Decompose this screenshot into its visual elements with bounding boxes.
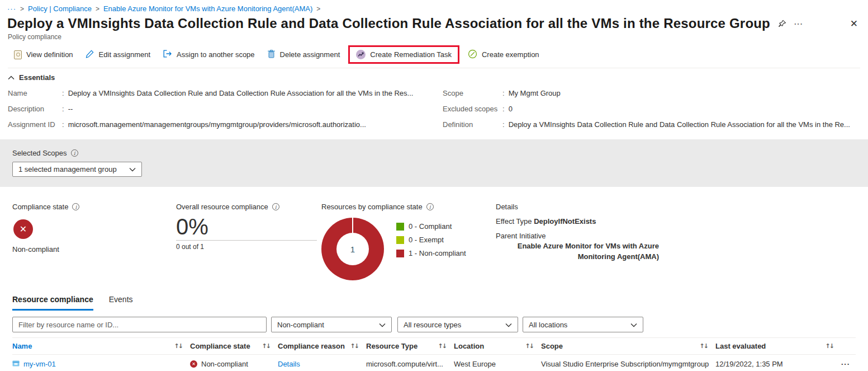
- chevron-down-icon: [630, 321, 637, 329]
- breadcrumb-link-initiative[interactable]: Enable Azure Monitor for VMs with Azure …: [103, 4, 312, 13]
- essentials-description-row: Description : --: [8, 105, 443, 113]
- row-compliance-state: Non-compliant: [201, 360, 248, 368]
- page-subtitle: Policy compliance: [0, 31, 868, 41]
- location-filter[interactable]: All locations: [523, 317, 643, 332]
- title-row: Deploy a VMInsights Data Collection Rule…: [0, 13, 868, 31]
- sort-icon: ↑↓: [826, 342, 833, 350]
- create-exemption-button[interactable]: Create exemption: [462, 46, 546, 63]
- info-icon[interactable]: i: [426, 203, 434, 210]
- tab-events[interactable]: Events: [109, 295, 133, 311]
- divider: [176, 240, 317, 241]
- compliant-swatch: [396, 223, 404, 231]
- column-header-last-evaluated[interactable]: Last evaluated ↑↓: [715, 342, 841, 350]
- row-menu-icon[interactable]: ···: [841, 360, 850, 368]
- header-more-icon[interactable]: ···: [794, 20, 803, 28]
- resources-chart-title: Resources by compliance state: [321, 203, 423, 211]
- assign-scope-icon: [163, 49, 172, 60]
- breadcrumb-separator: >: [316, 5, 320, 13]
- resource-name-link[interactable]: my-vm-01: [23, 360, 56, 368]
- info-icon[interactable]: i: [72, 203, 79, 210]
- table-row: my-vm-01 ✕ Non-compliant Details microso…: [12, 355, 856, 371]
- column-header-scope[interactable]: Scope ↑↓: [541, 342, 715, 350]
- chevron-down-icon: [505, 321, 512, 329]
- pencil-icon: [86, 49, 94, 60]
- close-icon[interactable]: ✕: [850, 18, 858, 30]
- delete-assignment-button[interactable]: Delete assignment: [261, 46, 347, 63]
- legend-item-exempt: 0 - Exempt: [396, 236, 466, 244]
- column-header-compliance-state[interactable]: Compliance state ↑↓: [190, 342, 278, 350]
- compliance-ratio: 0 out of 1: [176, 243, 321, 251]
- essentials-scope-row: Scope : My Mgmt Group: [443, 89, 860, 97]
- selected-scopes-label: Selected Scopes: [12, 149, 67, 157]
- name-label: Name: [8, 89, 62, 97]
- sort-icon: ↑↓: [262, 342, 270, 350]
- chevron-down-icon: [379, 321, 386, 329]
- sort-icon: ↑↓: [350, 342, 358, 350]
- description-label: Description: [8, 105, 62, 113]
- sort-icon: ↑↓: [700, 342, 708, 350]
- column-header-name[interactable]: Name ↑↓: [12, 342, 190, 350]
- legend-item-noncompliant: 1 - Non-compliant: [396, 249, 466, 257]
- column-header-compliance-reason[interactable]: Compliance reason ↑↓: [278, 342, 366, 350]
- effect-type-value: DeployIfNotExists: [534, 217, 596, 226]
- overall-compliance-title: Overall resource compliance: [176, 203, 268, 211]
- compliance-state-filter-value: Non-compliant: [277, 321, 324, 329]
- scope-value: My Mgmt Group: [509, 89, 561, 97]
- essentials-label: Essentials: [19, 73, 55, 82]
- details-title: Details: [496, 203, 518, 211]
- edit-assignment-label: Edit assignment: [99, 50, 151, 59]
- assign-to-another-scope-button[interactable]: Assign to another scope: [156, 46, 260, 63]
- row-location: West Europe: [454, 360, 541, 368]
- legend-label: 0 - Compliant: [409, 222, 452, 231]
- compliance-state-title: Compliance state: [12, 203, 68, 211]
- pin-icon[interactable]: [778, 20, 786, 28]
- breadcrumb-link-policy-compliance[interactable]: Policy | Compliance: [28, 4, 92, 13]
- essentials-toggle[interactable]: Essentials: [8, 73, 868, 82]
- overall-compliance-card: Overall resource compliance i 0% 0 out o…: [176, 203, 321, 280]
- breadcrumb-ellipsis[interactable]: ···: [7, 4, 16, 13]
- create-exemption-label: Create exemption: [482, 50, 539, 59]
- edit-assignment-button[interactable]: Edit assignment: [79, 46, 157, 63]
- parent-initiative-value: Enable Azure Monitor for VMs with Azure …: [496, 241, 659, 262]
- filter-bar: Non-compliant All resource types All loc…: [12, 317, 868, 332]
- compliance-state-card: Compliance state i ✕ Non-compliant: [12, 203, 176, 280]
- remediation-icon: [356, 50, 366, 59]
- noncompliant-x-icon: ✕: [13, 219, 33, 239]
- compliance-percent: 0%: [176, 214, 321, 239]
- definition-value: Deploy a VMInsights Data Collection Rule…: [509, 120, 850, 129]
- parent-initiative-label: Parent Initiative: [496, 232, 868, 240]
- view-definition-button[interactable]: View definition: [8, 48, 79, 62]
- create-remediation-task-button[interactable]: Create Remediation Task: [350, 47, 458, 62]
- exemption-icon: [468, 49, 477, 60]
- compliance-overview: Compliance state i ✕ Non-compliant Overa…: [12, 203, 868, 280]
- description-value: --: [68, 105, 73, 113]
- selected-scopes-band: Selected Scopes i 1 selected management …: [0, 139, 868, 187]
- sort-icon: ↑↓: [525, 342, 533, 350]
- sort-icon: ↑↓: [438, 342, 446, 350]
- delete-assignment-label: Delete assignment: [280, 50, 340, 59]
- details-link[interactable]: Details: [278, 360, 300, 368]
- resources-by-state-card: Resources by compliance state i 1 0 - Co…: [321, 203, 496, 280]
- selected-scopes-header: Selected Scopes i: [12, 149, 868, 157]
- breadcrumb-separator: >: [96, 5, 99, 13]
- column-header-location[interactable]: Location ↑↓: [454, 342, 541, 350]
- selected-scopes-value: 1 selected management group: [18, 165, 117, 173]
- info-icon[interactable]: i: [71, 149, 78, 157]
- assignment-id-value: microsoft.management/managementgroups/my…: [68, 120, 366, 129]
- tab-bar: Resource compliance Events: [12, 295, 868, 311]
- essentials-definition-row: Definition : Deploy a VMInsights Data Co…: [443, 120, 860, 129]
- exempt-swatch: [396, 236, 404, 244]
- column-header-resource-type[interactable]: Resource Type ↑↓: [366, 342, 454, 350]
- definition-label: Definition: [443, 120, 502, 129]
- row-scope: Visual Studio Enterprise Subscription/my…: [541, 360, 715, 368]
- resource-type-filter[interactable]: All resource types: [397, 317, 518, 332]
- tab-resource-compliance[interactable]: Resource compliance: [12, 295, 93, 311]
- info-icon[interactable]: i: [272, 203, 279, 210]
- donut-center-value: 1: [336, 233, 369, 265]
- compliance-state-filter[interactable]: Non-compliant: [271, 317, 392, 332]
- create-remediation-label: Create Remediation Task: [370, 50, 452, 59]
- chart-legend: 0 - Compliant 0 - Exempt 1 - Non-complia…: [396, 222, 466, 280]
- selected-scopes-dropdown[interactable]: 1 selected management group: [12, 162, 142, 177]
- resource-filter-input[interactable]: [12, 317, 267, 332]
- row-resource-type: microsoft.compute/virt...: [366, 360, 454, 368]
